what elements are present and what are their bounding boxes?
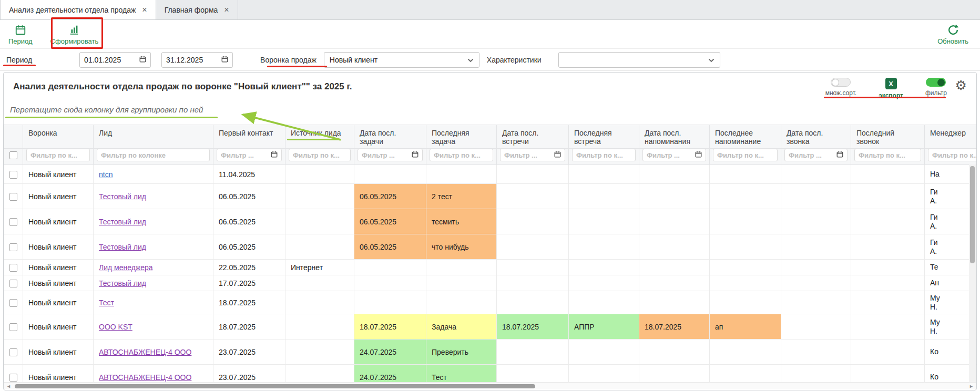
tab-sales-analysis[interactable]: Анализ деятельности отдела продаж × — [0, 0, 156, 19]
column-header-first_contact[interactable]: Первый контакт — [213, 125, 285, 149]
cell-last_task: Задача — [426, 314, 497, 339]
lead-link[interactable]: ООО KST — [99, 323, 132, 331]
close-icon[interactable]: × — [224, 6, 229, 14]
filter-bar: Период 01.01.2025 31.12.2025 Воронка про… — [0, 49, 980, 71]
tab-main-form[interactable]: Главная форма × — [156, 0, 238, 19]
lead-link[interactable]: Тест — [99, 299, 114, 307]
scroll-right-arrow[interactable]: ► — [969, 383, 974, 389]
lead-link[interactable]: АВТОСНАБЖЕНЕЦ-4 ООО — [99, 373, 191, 382]
filter-input-funnel[interactable]: Фильтр по к... — [26, 149, 90, 161]
refresh-button[interactable]: Обновить — [937, 23, 968, 45]
cell-last_reminder_date — [639, 165, 710, 184]
cell-last_meeting_date — [497, 184, 569, 209]
refresh-button-label: Обновить — [937, 37, 968, 45]
close-icon[interactable]: × — [142, 6, 147, 14]
row-checkbox[interactable] — [9, 280, 17, 287]
column-header-last_reminder_date[interactable]: Дата посл. напоминания — [639, 125, 710, 149]
select-all-checkbox[interactable] — [9, 151, 17, 159]
cell-source — [285, 184, 354, 209]
row-checkbox[interactable] — [9, 299, 17, 307]
row-checkbox[interactable] — [9, 243, 17, 251]
column-header-lead[interactable]: Лид — [94, 125, 213, 149]
generate-button[interactable]: Сформировать — [50, 23, 99, 45]
column-header-last_task[interactable]: Последняя задача — [426, 125, 497, 149]
table-row: Новый клиентООО KST18.07.202518.07.2025З… — [4, 314, 977, 339]
column-header-source[interactable]: Источник лида — [285, 125, 354, 149]
grid-area: ВоронкаЛидПервый контактИсточник лидаДат… — [4, 125, 976, 382]
scroll-left-arrow[interactable]: ◄ — [6, 383, 11, 389]
filter-input-first_contact[interactable]: Фильтр ... — [217, 149, 282, 161]
row-checkbox[interactable] — [9, 218, 17, 226]
calendar-icon[interactable] — [139, 56, 146, 64]
date-to-input[interactable]: 31.12.2025 — [161, 52, 233, 68]
column-header-last_reminder[interactable]: Последнее напоминание — [710, 125, 781, 149]
filter-input-manager[interactable]: Фильтр по к... — [928, 149, 976, 161]
horizontal-scrollbar-thumb[interactable] — [15, 384, 535, 388]
calendar-icon[interactable] — [836, 150, 843, 160]
calendar-icon[interactable] — [412, 150, 418, 160]
row-checkbox[interactable] — [9, 348, 17, 356]
column-header-last_call_date[interactable]: Дата посл. звонка — [781, 125, 851, 149]
cell-last_meeting — [569, 291, 639, 314]
group-drop-zone[interactable]: Перетащите сюда колонку для группировки … — [10, 105, 203, 114]
calendar-icon[interactable] — [695, 150, 702, 160]
cell-last_reminder_date — [639, 275, 710, 291]
lead-link[interactable]: Тестовый лид — [99, 192, 146, 201]
cell-last_task_date — [354, 165, 426, 184]
cell-last_call — [851, 275, 925, 291]
column-header-manager[interactable]: Менеджер — [925, 125, 977, 149]
date-from-input[interactable]: 01.01.2025 — [79, 52, 151, 68]
row-checkbox[interactable] — [9, 264, 17, 272]
lead-link[interactable]: ntcn — [99, 170, 113, 179]
multisort-toggle[interactable] — [831, 78, 851, 87]
excel-export-icon[interactable]: X — [885, 78, 897, 89]
table-row: Новый клиентТест18.07.2025Му Н. — [4, 291, 977, 314]
vertical-scrollbar-thumb[interactable] — [970, 166, 975, 263]
cell-last_reminder — [710, 165, 781, 184]
funnel-select[interactable]: Новый клиент — [324, 52, 479, 68]
lead-link[interactable]: АВТОСНАБЖЕНЕЦ-4 ООО — [99, 348, 191, 356]
lead-link[interactable]: Тестовый лид — [99, 243, 146, 251]
filter-input-last_task_date[interactable]: Фильтр ... — [358, 149, 423, 161]
cell-last_task_date — [354, 275, 426, 291]
cell-last_task_date — [354, 260, 426, 275]
lead-link[interactable]: Тестовый лид — [99, 279, 146, 287]
row-checkbox[interactable] — [9, 193, 17, 201]
row-checkbox[interactable] — [9, 323, 17, 331]
column-header-funnel[interactable]: Воронка — [23, 125, 94, 149]
characteristics-select[interactable] — [558, 52, 720, 68]
column-header-last_task_date[interactable]: Дата посл. задачи — [354, 125, 426, 149]
filter-input-last_meeting_date[interactable]: Фильтр ... — [500, 149, 565, 161]
row-checkbox[interactable] — [9, 171, 17, 179]
filter-input-last_reminder_date[interactable]: Фильтр ... — [642, 149, 706, 161]
gear-icon[interactable]: ⚙ — [955, 79, 967, 92]
cell-source — [285, 365, 354, 383]
column-header-last_meeting[interactable]: Последняя встреча — [569, 125, 639, 149]
cell-source — [285, 275, 354, 291]
period-button[interactable]: Период — [8, 23, 33, 45]
filter-toggle[interactable] — [926, 78, 946, 87]
filter-input-last_meeting[interactable]: Фильтр по к... — [572, 149, 636, 161]
cell-last_meeting — [569, 365, 639, 383]
lead-link[interactable]: Лид менеджера — [99, 263, 153, 272]
cell-last_meeting_date — [497, 275, 569, 291]
filter-input-last_task[interactable]: Фильтр по к... — [430, 149, 493, 161]
column-header-last_call[interactable]: Последний звонок — [851, 125, 925, 149]
cell-last_call — [851, 365, 925, 383]
cell-last_reminder: ап — [710, 314, 781, 339]
calendar-icon[interactable] — [554, 150, 561, 160]
lead-link[interactable]: Тестовый лид — [99, 218, 146, 226]
vertical-scrollbar[interactable] — [969, 164, 976, 383]
column-header-last_meeting_date[interactable]: Дата посл. встречи — [497, 125, 569, 149]
calendar-icon[interactable] — [271, 150, 278, 160]
horizontal-scrollbar[interactable]: ◄ ► — [4, 382, 976, 389]
calendar-icon[interactable] — [221, 56, 228, 64]
filter-input-lead[interactable]: Фильтр по колонке — [97, 149, 210, 161]
filter-input-source[interactable]: Фильтр по к... — [289, 149, 351, 161]
filter-input-last_call[interactable]: Фильтр по к... — [854, 149, 921, 161]
export-label: экспорт — [879, 92, 903, 99]
filter-input-last_call_date[interactable]: Фильтр ... — [784, 149, 848, 161]
row-checkbox[interactable] — [9, 374, 17, 382]
filter-input-last_reminder[interactable]: Фильтр по к... — [713, 149, 778, 161]
cell-source — [285, 291, 354, 314]
